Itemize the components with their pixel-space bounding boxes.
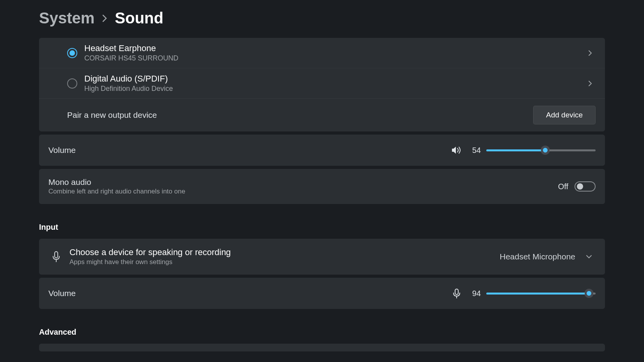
chevron-down-icon[interactable] bbox=[582, 254, 596, 259]
mono-sub: Combine left and right audio channels in… bbox=[48, 188, 558, 195]
chevron-right-icon[interactable] bbox=[585, 50, 596, 57]
radio-selected-icon[interactable] bbox=[67, 48, 77, 58]
advanced-section-header: Advanced bbox=[39, 328, 605, 337]
mono-title: Mono audio bbox=[48, 177, 558, 187]
output-device-row[interactable]: Digital Audio (S/PDIF) High Definition A… bbox=[39, 68, 605, 98]
output-device-row[interactable]: Headset Earphone CORSAIR HS45 SURROUND bbox=[39, 38, 605, 68]
toggle-state-label: Off bbox=[558, 182, 568, 191]
svg-rect-2 bbox=[455, 289, 458, 295]
mono-audio-row: Mono audio Combine left and right audio … bbox=[39, 169, 605, 204]
input-section-header: Input bbox=[39, 223, 605, 232]
device-name: Digital Audio (S/PDIF) bbox=[84, 74, 585, 84]
radio-unselected-icon[interactable] bbox=[67, 78, 77, 89]
device-name: Headset Earphone bbox=[84, 43, 585, 53]
speaker-icon[interactable] bbox=[451, 145, 462, 156]
input-volume-row: Volume 94 bbox=[39, 278, 605, 309]
input-volume-slider[interactable] bbox=[486, 289, 596, 298]
breadcrumb-parent[interactable]: System bbox=[39, 9, 94, 27]
breadcrumb: System Sound bbox=[39, 9, 605, 27]
output-volume-row: Volume 54 bbox=[39, 135, 605, 166]
mono-toggle[interactable] bbox=[575, 181, 596, 192]
chevron-right-icon[interactable] bbox=[585, 80, 596, 87]
input-choose-sub: Apps might have their own settings bbox=[69, 258, 500, 266]
microphone-icon[interactable] bbox=[451, 288, 462, 299]
add-device-button[interactable]: Add device bbox=[533, 106, 596, 124]
toggle-knob-icon bbox=[577, 183, 583, 190]
device-sub: CORSAIR HS45 SURROUND bbox=[84, 54, 585, 62]
microphone-icon bbox=[48, 251, 64, 263]
volume-value: 94 bbox=[468, 289, 481, 298]
input-device-row[interactable]: Choose a device for speaking or recordin… bbox=[39, 239, 605, 275]
volume-label: Volume bbox=[48, 289, 451, 298]
output-volume-slider[interactable] bbox=[486, 146, 596, 155]
breadcrumb-current: Sound bbox=[115, 9, 163, 27]
device-sub: High Definition Audio Device bbox=[84, 85, 585, 93]
advanced-panel bbox=[39, 344, 605, 351]
pair-label: Pair a new output device bbox=[67, 110, 533, 120]
output-devices-panel: Headset Earphone CORSAIR HS45 SURROUND D… bbox=[39, 38, 605, 131]
pair-device-row: Pair a new output device Add device bbox=[39, 98, 605, 131]
svg-rect-0 bbox=[55, 252, 58, 258]
chevron-right-icon bbox=[101, 14, 108, 23]
input-choose-title: Choose a device for speaking or recordin… bbox=[69, 247, 500, 257]
input-selected-device: Headset Microphone bbox=[500, 252, 575, 261]
volume-label: Volume bbox=[48, 146, 451, 155]
volume-value: 54 bbox=[468, 146, 481, 155]
